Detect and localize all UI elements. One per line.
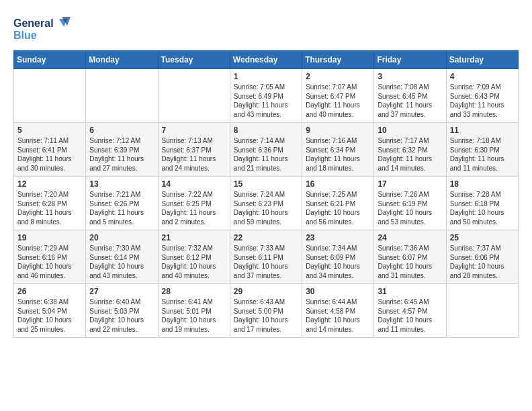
day-info: Sunrise: 7:11 AM Sunset: 6:41 PM Dayligh… <box>17 136 82 173</box>
weekday-header: Monday <box>86 51 158 69</box>
day-info: Sunrise: 7:37 AM Sunset: 6:06 PM Dayligh… <box>450 244 515 280</box>
day-number: 26 <box>17 287 82 296</box>
day-number: 5 <box>17 126 82 135</box>
calendar-cell: 24Sunrise: 7:36 AM Sunset: 6:07 PM Dayli… <box>374 230 446 284</box>
calendar-table: SundayMondayTuesdayWednesdayThursdayFrid… <box>13 50 519 338</box>
weekday-header: Friday <box>374 51 446 69</box>
day-number: 6 <box>89 126 154 135</box>
day-info: Sunrise: 7:36 AM Sunset: 6:07 PM Dayligh… <box>378 244 442 280</box>
calendar-cell: 7Sunrise: 7:13 AM Sunset: 6:37 PM Daylig… <box>158 123 230 177</box>
calendar-cell: 5Sunrise: 7:11 AM Sunset: 6:41 PM Daylig… <box>14 123 86 177</box>
calendar-cell: 12Sunrise: 7:20 AM Sunset: 6:28 PM Dayli… <box>14 177 86 230</box>
calendar-week-row: 1Sunrise: 7:05 AM Sunset: 6:49 PM Daylig… <box>14 69 519 123</box>
day-info: Sunrise: 7:16 AM Sunset: 6:34 PM Dayligh… <box>306 136 370 173</box>
calendar-cell <box>86 69 158 123</box>
calendar-cell <box>446 284 518 338</box>
day-info: Sunrise: 7:30 AM Sunset: 6:14 PM Dayligh… <box>89 244 154 280</box>
weekday-header: Saturday <box>446 51 518 69</box>
calendar-cell: 8Sunrise: 7:14 AM Sunset: 6:36 PM Daylig… <box>230 123 302 177</box>
calendar-cell <box>14 69 86 123</box>
svg-text:Blue: Blue <box>13 30 37 41</box>
day-info: Sunrise: 7:17 AM Sunset: 6:32 PM Dayligh… <box>378 136 442 173</box>
calendar-week-row: 12Sunrise: 7:20 AM Sunset: 6:28 PM Dayli… <box>14 177 519 230</box>
logo: General Blue <box>13 13 74 44</box>
day-number: 23 <box>306 233 370 242</box>
day-number: 3 <box>378 72 442 81</box>
day-number: 30 <box>306 287 370 296</box>
calendar-cell: 22Sunrise: 7:33 AM Sunset: 6:11 PM Dayli… <box>230 230 302 284</box>
calendar-cell: 13Sunrise: 7:21 AM Sunset: 6:26 PM Dayli… <box>86 177 158 230</box>
day-number: 1 <box>234 72 298 81</box>
calendar-cell: 10Sunrise: 7:17 AM Sunset: 6:32 PM Dayli… <box>374 123 446 177</box>
day-number: 31 <box>378 287 442 296</box>
calendar-cell: 20Sunrise: 7:30 AM Sunset: 6:14 PM Dayli… <box>86 230 158 284</box>
calendar-cell: 2Sunrise: 7:07 AM Sunset: 6:47 PM Daylig… <box>302 69 374 123</box>
day-info: Sunrise: 7:18 AM Sunset: 6:30 PM Dayligh… <box>450 136 515 173</box>
page-header: General Blue <box>13 13 519 44</box>
day-number: 17 <box>378 179 442 189</box>
day-number: 24 <box>378 233 442 242</box>
day-info: Sunrise: 7:25 AM Sunset: 6:21 PM Dayligh… <box>306 190 370 226</box>
calendar-week-row: 5Sunrise: 7:11 AM Sunset: 6:41 PM Daylig… <box>14 123 519 177</box>
calendar-cell: 9Sunrise: 7:16 AM Sunset: 6:34 PM Daylig… <box>302 123 374 177</box>
day-info: Sunrise: 6:43 AM Sunset: 5:00 PM Dayligh… <box>234 298 298 334</box>
calendar-cell: 28Sunrise: 6:41 AM Sunset: 5:01 PM Dayli… <box>158 284 230 338</box>
calendar-cell: 14Sunrise: 7:22 AM Sunset: 6:25 PM Dayli… <box>158 177 230 230</box>
day-info: Sunrise: 6:41 AM Sunset: 5:01 PM Dayligh… <box>162 298 226 334</box>
calendar-cell: 23Sunrise: 7:34 AM Sunset: 6:09 PM Dayli… <box>302 230 374 284</box>
day-number: 8 <box>234 126 298 135</box>
day-info: Sunrise: 7:13 AM Sunset: 6:37 PM Dayligh… <box>162 136 226 173</box>
calendar-cell: 30Sunrise: 6:44 AM Sunset: 4:58 PM Dayli… <box>302 284 374 338</box>
calendar-cell: 3Sunrise: 7:08 AM Sunset: 6:45 PM Daylig… <box>374 69 446 123</box>
day-info: Sunrise: 7:26 AM Sunset: 6:19 PM Dayligh… <box>378 190 442 226</box>
day-number: 18 <box>450 179 515 189</box>
day-info: Sunrise: 7:08 AM Sunset: 6:45 PM Dayligh… <box>378 83 442 119</box>
day-number: 16 <box>306 179 370 189</box>
day-info: Sunrise: 7:12 AM Sunset: 6:39 PM Dayligh… <box>89 136 154 173</box>
day-info: Sunrise: 7:29 AM Sunset: 6:16 PM Dayligh… <box>17 244 82 280</box>
weekday-header-row: SundayMondayTuesdayWednesdayThursdayFrid… <box>14 51 519 69</box>
calendar-cell: 27Sunrise: 6:40 AM Sunset: 5:03 PM Dayli… <box>86 284 158 338</box>
day-info: Sunrise: 7:28 AM Sunset: 6:18 PM Dayligh… <box>450 190 515 226</box>
calendar-cell: 21Sunrise: 7:32 AM Sunset: 6:12 PM Dayli… <box>158 230 230 284</box>
day-number: 29 <box>234 287 298 296</box>
calendar-week-row: 26Sunrise: 6:38 AM Sunset: 5:04 PM Dayli… <box>14 284 519 338</box>
day-info: Sunrise: 7:07 AM Sunset: 6:47 PM Dayligh… <box>306 83 370 119</box>
calendar-cell <box>158 69 230 123</box>
day-number: 10 <box>378 126 442 135</box>
calendar-cell: 18Sunrise: 7:28 AM Sunset: 6:18 PM Dayli… <box>446 177 518 230</box>
day-info: Sunrise: 7:09 AM Sunset: 6:43 PM Dayligh… <box>450 83 515 119</box>
calendar-cell: 4Sunrise: 7:09 AM Sunset: 6:43 PM Daylig… <box>446 69 518 123</box>
day-number: 2 <box>306 72 370 81</box>
day-number: 19 <box>17 233 82 242</box>
day-info: Sunrise: 7:32 AM Sunset: 6:12 PM Dayligh… <box>162 244 226 280</box>
day-info: Sunrise: 6:44 AM Sunset: 4:58 PM Dayligh… <box>306 298 370 334</box>
calendar-cell: 16Sunrise: 7:25 AM Sunset: 6:21 PM Dayli… <box>302 177 374 230</box>
day-number: 20 <box>89 233 154 242</box>
day-info: Sunrise: 7:20 AM Sunset: 6:28 PM Dayligh… <box>17 190 82 226</box>
weekday-header: Tuesday <box>158 51 230 69</box>
weekday-header: Sunday <box>14 51 86 69</box>
day-info: Sunrise: 7:21 AM Sunset: 6:26 PM Dayligh… <box>89 190 154 226</box>
calendar-cell: 19Sunrise: 7:29 AM Sunset: 6:16 PM Dayli… <box>14 230 86 284</box>
day-number: 12 <box>17 179 82 189</box>
day-info: Sunrise: 6:40 AM Sunset: 5:03 PM Dayligh… <box>89 298 154 334</box>
day-number: 25 <box>450 233 515 242</box>
weekday-header: Thursday <box>302 51 374 69</box>
calendar-cell: 1Sunrise: 7:05 AM Sunset: 6:49 PM Daylig… <box>230 69 302 123</box>
calendar-cell: 25Sunrise: 7:37 AM Sunset: 6:06 PM Dayli… <box>446 230 518 284</box>
day-number: 22 <box>234 233 298 242</box>
day-number: 27 <box>89 287 154 296</box>
day-info: Sunrise: 7:14 AM Sunset: 6:36 PM Dayligh… <box>234 136 298 173</box>
day-info: Sunrise: 7:34 AM Sunset: 6:09 PM Dayligh… <box>306 244 370 280</box>
day-info: Sunrise: 7:33 AM Sunset: 6:11 PM Dayligh… <box>234 244 298 280</box>
day-info: Sunrise: 6:45 AM Sunset: 4:57 PM Dayligh… <box>378 298 442 334</box>
day-info: Sunrise: 7:05 AM Sunset: 6:49 PM Dayligh… <box>234 83 298 119</box>
weekday-header: Wednesday <box>230 51 302 69</box>
calendar-cell: 15Sunrise: 7:24 AM Sunset: 6:23 PM Dayli… <box>230 177 302 230</box>
calendar-cell: 31Sunrise: 6:45 AM Sunset: 4:57 PM Dayli… <box>374 284 446 338</box>
day-number: 9 <box>306 126 370 135</box>
logo-svg: General Blue <box>13 13 74 44</box>
day-number: 7 <box>162 126 226 135</box>
day-number: 21 <box>162 233 226 242</box>
